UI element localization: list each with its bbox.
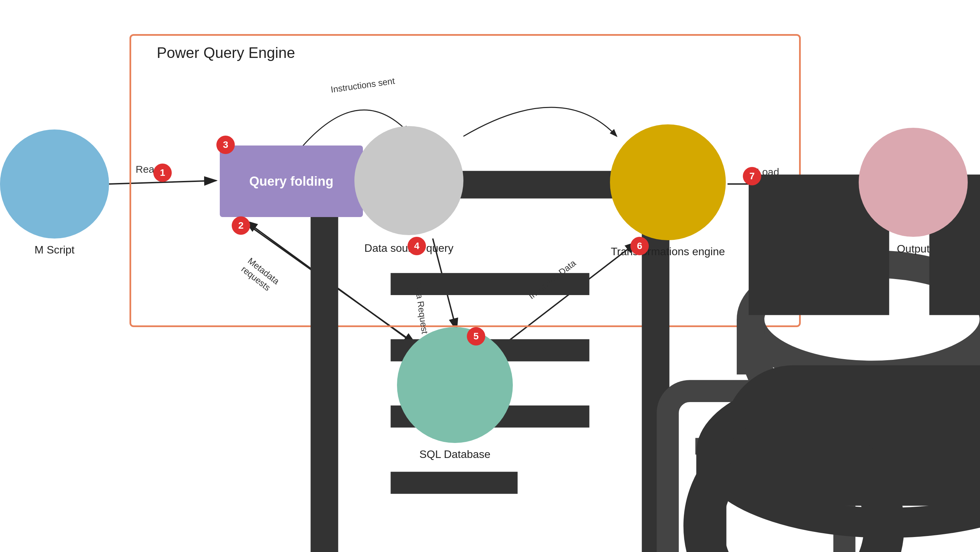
query-folding-label: Query folding <box>246 171 337 192</box>
badge-2: 2 <box>232 216 250 235</box>
badge-3: 3 <box>216 135 235 154</box>
badge-4: 4 <box>407 237 426 255</box>
badge-1: 1 <box>153 164 172 182</box>
output-label: Output <box>859 243 968 255</box>
sql-database-node <box>397 327 513 443</box>
data-source-query-node <box>355 126 463 235</box>
badge-6: 6 <box>630 237 649 255</box>
badge-7: 7 <box>743 167 761 185</box>
svg-point-31 <box>711 382 980 523</box>
transformations-engine-node <box>610 124 726 240</box>
engine-title: Power Query Engine <box>157 44 295 61</box>
query-folding-box: Query folding <box>220 145 363 217</box>
output-node <box>859 128 968 237</box>
m-script-node <box>0 129 109 239</box>
badge-5: 5 <box>467 327 485 345</box>
transformations-engine-label: Transformations engine <box>596 245 740 258</box>
diagram-container: Power Query Engine M Script Query foldin… <box>0 0 980 552</box>
sql-database-label: SQL Database <box>397 448 513 461</box>
m-script-label: M Script <box>0 243 109 256</box>
